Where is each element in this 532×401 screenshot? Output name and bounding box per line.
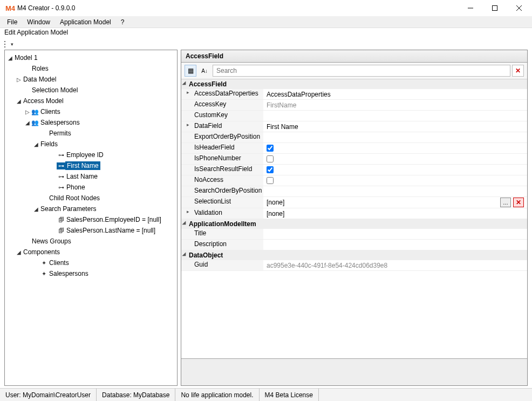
- prop-value[interactable]: [263, 111, 527, 121]
- tree-node-sp-last[interactable]: 🗐SalesPerson.LastName = [null]: [5, 225, 177, 236]
- status-database: Database: MyDatabase: [97, 389, 175, 401]
- toolbar-dropdown-icon[interactable]: ▾: [10, 42, 15, 47]
- prop-value-checkbox[interactable]: [263, 143, 527, 154]
- titlebar: M4 M4 Creator - 0.9.0.0: [0, 0, 532, 16]
- prop-value[interactable]: [263, 186, 527, 197]
- prop-value-selectionlist[interactable]: [none]…✕: [263, 197, 527, 208]
- checkbox-issearch[interactable]: [267, 166, 274, 173]
- prop-value-checkbox[interactable]: [263, 165, 527, 175]
- prop-value[interactable]: [none]: [263, 208, 527, 219]
- collapse-icon[interactable]: ◢: [33, 206, 39, 212]
- category-accessfield[interactable]: AccessField: [181, 79, 527, 89]
- menu-application-model[interactable]: Application Model: [55, 17, 116, 27]
- prop-label[interactable]: Validation: [181, 208, 263, 219]
- property-search-input[interactable]: [213, 65, 510, 77]
- category-dataobject[interactable]: DataObject: [181, 250, 527, 260]
- collapse-icon[interactable]: ◢: [33, 141, 39, 147]
- collapse-icon[interactable]: ◢: [7, 55, 13, 61]
- prop-label: NoAccess: [181, 175, 263, 186]
- prop-value[interactable]: [263, 229, 527, 240]
- prop-label: IsSearchResultField: [181, 165, 263, 175]
- prop-label[interactable]: DataField: [181, 121, 263, 132]
- menu-help[interactable]: ?: [116, 17, 129, 27]
- field-icon: ⊶: [57, 184, 65, 191]
- prop-value[interactable]: FirstName: [263, 100, 527, 111]
- tree-node-clients[interactable]: ▷👥Clients: [5, 106, 177, 117]
- checkbox-noaccess[interactable]: [267, 177, 274, 184]
- tree-node-comp-clients[interactable]: ✦Clients: [5, 257, 177, 268]
- checkbox-isphone[interactable]: [267, 155, 274, 162]
- prop-label: ExportOrderByPosition: [181, 132, 263, 143]
- delete-button[interactable]: ✕: [513, 198, 524, 207]
- property-panel: AccessField ▦ A↓ ✕ AccessField AccessDat…: [181, 50, 528, 386]
- categorized-button[interactable]: ▦: [185, 65, 196, 77]
- tree-node-phone[interactable]: ⊶Phone: [5, 182, 177, 193]
- panel-title: Edit Application Model: [0, 28, 532, 39]
- tree-node-salespersons[interactable]: ◢👥Salespersons: [5, 117, 177, 128]
- expand-icon[interactable]: ▷: [16, 77, 22, 83]
- category-appmodelitem[interactable]: ApplicationModelItem: [181, 219, 527, 229]
- sort-az-icon: A↓: [201, 68, 208, 74]
- property-grid[interactable]: AccessField AccessDataPropertiesAccessDa…: [181, 79, 527, 358]
- tree-node-model1[interactable]: ◢Model 1: [5, 52, 177, 63]
- tree-node-lastname[interactable]: ⊶Last Name: [5, 171, 177, 182]
- x-icon: ✕: [515, 67, 521, 74]
- model-tree[interactable]: ◢Model 1 Roles ▷Data Model Selection Mod…: [4, 50, 178, 386]
- prop-label: AccessKey: [181, 100, 263, 111]
- ellipsis-button[interactable]: …: [500, 198, 511, 207]
- prop-label: CustomKey: [181, 111, 263, 121]
- tree-node-datamodel[interactable]: ▷Data Model: [5, 74, 177, 85]
- prop-label: SelectionList: [181, 197, 263, 208]
- tree-node-comp-sales[interactable]: ✦Salespersons: [5, 268, 177, 279]
- tree-node-searchparams[interactable]: ◢Search Parameters: [5, 203, 177, 214]
- tree-node-sp-emp[interactable]: 🗐SalesPerson.EmployeeID = [null]: [5, 214, 177, 225]
- prop-label: Description: [181, 240, 263, 250]
- status-life: No life application model.: [175, 389, 259, 401]
- prop-value[interactable]: First Name: [263, 121, 527, 132]
- prop-value-checkbox[interactable]: [263, 175, 527, 186]
- component-icon: ✦: [39, 270, 48, 277]
- prop-value[interactable]: [263, 132, 527, 143]
- tree-node-permits[interactable]: Permits: [5, 128, 177, 139]
- checkbox-isheader[interactable]: [267, 145, 274, 152]
- tree-node-newsgroups[interactable]: News Groups: [5, 236, 177, 247]
- prop-value-checkbox[interactable]: [263, 154, 527, 165]
- minimize-button[interactable]: [458, 0, 482, 16]
- prop-value: ac995e3e-440c-491f-8e54-424cd06d39e8: [263, 260, 527, 271]
- group-icon: 👥: [31, 108, 39, 115]
- prop-value[interactable]: [263, 240, 527, 250]
- clear-search-button[interactable]: ✕: [512, 65, 524, 77]
- tree-node-employeeid[interactable]: ⊶Employee ID: [5, 149, 177, 160]
- maximize-button[interactable]: [482, 0, 507, 16]
- expand-icon[interactable]: ▷: [24, 109, 31, 115]
- prop-label: Guid: [181, 260, 263, 271]
- component-icon: ✦: [39, 260, 48, 267]
- tree-node-components[interactable]: ◢Components: [5, 247, 177, 257]
- tree-node-fields[interactable]: ◢Fields: [5, 139, 177, 149]
- menu-file[interactable]: File: [2, 17, 22, 27]
- prop-value-text: [none]: [267, 199, 284, 206]
- tree-node-accessmodel[interactable]: ◢Access Model: [5, 96, 177, 106]
- menubar: File Window Application Model ?: [0, 16, 532, 28]
- prop-label[interactable]: AccessDataProperties: [181, 89, 263, 100]
- property-toolbar: ▦ A↓ ✕: [181, 63, 527, 79]
- collapse-icon[interactable]: ◢: [16, 249, 22, 255]
- collapse-icon[interactable]: ◢: [16, 98, 22, 104]
- prop-label: IsHeaderField: [181, 143, 263, 154]
- statusbar: User: MyDomain\CreatorUser Database: MyD…: [0, 388, 532, 401]
- menu-window[interactable]: Window: [22, 17, 55, 27]
- field-icon: ⊶: [57, 152, 65, 159]
- tree-node-selectionmodel[interactable]: Selection Model: [5, 85, 177, 96]
- field-icon: ⊶: [57, 162, 65, 169]
- tree-node-firstname[interactable]: ⊶First Name: [5, 160, 177, 171]
- prop-value[interactable]: AccessDataProperties: [263, 89, 527, 100]
- grip-icon[interactable]: [4, 40, 8, 49]
- tree-node-roles[interactable]: Roles: [5, 63, 177, 74]
- prop-label: IsPhoneNumber: [181, 154, 263, 165]
- close-button[interactable]: [507, 0, 531, 16]
- tree-node-childroot[interactable]: Child Root Nodes: [5, 193, 177, 203]
- status-license: M4 Beta License: [260, 389, 319, 401]
- collapse-icon[interactable]: ◢: [24, 120, 31, 126]
- sort-button[interactable]: A↓: [199, 65, 210, 77]
- field-icon: ⊶: [57, 173, 65, 180]
